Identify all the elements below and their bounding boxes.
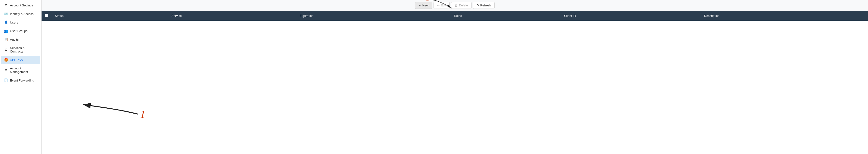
sidebar-item-services-contracts[interactable]: ⚙Services & Contracts <box>1 44 40 55</box>
sidebar-item-user-groups[interactable]: 👥User Groups <box>1 27 40 35</box>
audits-icon: 📋 <box>4 37 8 41</box>
sidebar-item-account-management[interactable]: ⚙Account Management <box>1 64 40 76</box>
header-roles: Roles <box>451 11 561 21</box>
user-groups-label: User Groups <box>10 29 37 33</box>
audits-label: Audits <box>10 38 37 41</box>
header-checkbox-col <box>41 11 52 21</box>
delete-icon: 🗑 <box>455 4 458 7</box>
edit-button[interactable]: ✏ Edit <box>434 2 450 9</box>
header-description: Description <box>701 11 868 21</box>
empty-table-area <box>41 21 868 92</box>
delete-button[interactable]: 🗑 Delete <box>451 2 471 9</box>
refresh-icon: ↻ <box>476 4 479 7</box>
api-keys-table: Status Service Expiration Roles Client I… <box>41 11 868 21</box>
select-all-checkbox[interactable] <box>45 14 48 17</box>
users-label: Users <box>10 21 37 24</box>
header-status: Status <box>52 11 168 21</box>
sidebar-item-identity-access[interactable]: 🪪Identity & Access <box>1 10 40 18</box>
api-keys-icon: 🎁 <box>4 58 8 62</box>
account-settings-icon: ⚙ <box>4 3 8 7</box>
edit-icon: ✏ <box>437 4 440 7</box>
table-container: Status Service Expiration Roles Client I… <box>41 11 868 154</box>
sidebar: ⚙Account Settings🪪Identity & Access👤User… <box>0 0 41 154</box>
header-client-id: Client ID <box>561 11 701 21</box>
refresh-button[interactable]: ↻ Refresh <box>473 2 495 9</box>
main-content: ✦ New ✏ Edit 🗑 Delete ↻ Refresh <box>41 0 868 154</box>
table-header: Status Service Expiration Roles Client I… <box>41 11 868 21</box>
edit-label: Edit <box>441 4 446 7</box>
toolbar-wrapper: ✦ New ✏ Edit 🗑 Delete ↻ Refresh <box>41 0 868 11</box>
header-service: Service <box>168 11 296 21</box>
users-icon: 👤 <box>4 21 8 24</box>
account-management-icon: ⚙ <box>4 68 8 72</box>
identity-access-icon: 🪪 <box>4 12 8 16</box>
sidebar-item-account-settings[interactable]: ⚙Account Settings <box>1 1 40 9</box>
delete-label: Delete <box>459 4 468 7</box>
api-keys-label: API Keys <box>10 58 37 62</box>
services-contracts-label: Services & Contracts <box>10 46 37 53</box>
event-forwarding-icon: 📄 <box>4 79 8 82</box>
account-management-label: Account Management <box>10 66 37 74</box>
sidebar-item-event-forwarding[interactable]: 📄Event Forwarding <box>1 76 40 84</box>
refresh-label: Refresh <box>480 4 491 7</box>
user-groups-icon: 👥 <box>4 29 8 33</box>
sidebar-item-audits[interactable]: 📋Audits <box>1 35 40 43</box>
event-forwarding-label: Event Forwarding <box>10 79 37 82</box>
identity-access-label: Identity & Access <box>10 12 37 16</box>
sidebar-item-users[interactable]: 👤Users <box>1 18 40 26</box>
toolbar: ✦ New ✏ Edit 🗑 Delete ↻ Refresh <box>41 0 868 11</box>
account-settings-label: Account Settings <box>10 4 37 7</box>
new-button[interactable]: ✦ New <box>415 2 432 9</box>
header-expiration: Expiration <box>296 11 451 21</box>
services-contracts-icon: ⚙ <box>4 48 8 52</box>
new-icon: ✦ <box>418 4 421 7</box>
sidebar-item-api-keys[interactable]: 🎁API Keys <box>1 56 40 64</box>
new-label: New <box>422 4 429 7</box>
